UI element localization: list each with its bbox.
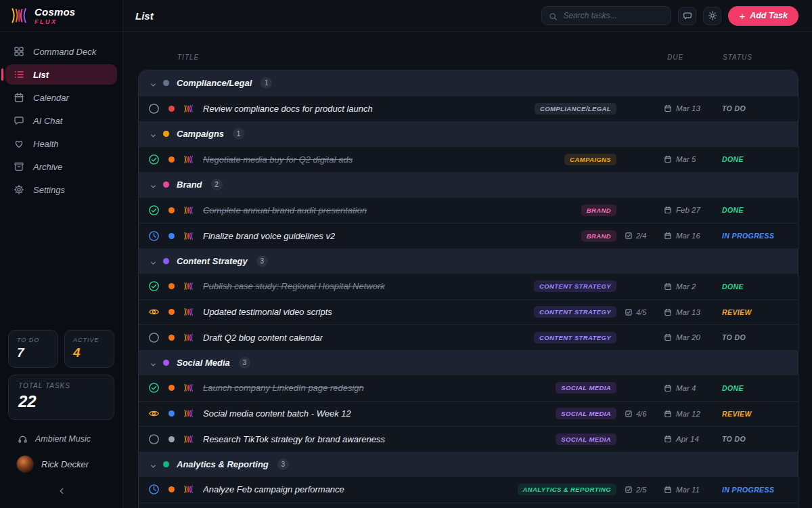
flux-icon xyxy=(183,485,194,494)
category-badge: CONTENT STRATEGY xyxy=(534,306,616,318)
priority-dot xyxy=(168,309,175,315)
flux-icon xyxy=(183,435,194,444)
priority-dot xyxy=(168,335,175,341)
due-date: Mar 4 xyxy=(664,384,715,392)
chevron-down-icon[interactable] xyxy=(150,359,157,366)
priority-dot xyxy=(168,207,175,213)
group-row-analytics-reporting[interactable]: Analytics & Reporting3 xyxy=(139,452,798,478)
sidebar-item-archive[interactable]: Archive xyxy=(5,156,117,177)
group-color-dot xyxy=(163,131,169,137)
status-label: TO DO xyxy=(722,333,787,341)
calendar-icon xyxy=(664,104,672,112)
stat-value: 7 xyxy=(17,345,49,360)
sidebar-item-command-deck[interactable]: Command Deck xyxy=(5,41,117,62)
group-row-campaigns[interactable]: Campaigns1 xyxy=(139,121,798,147)
chevron-down-icon[interactable] xyxy=(150,181,157,188)
ambient-music-toggle[interactable]: Ambient Music xyxy=(18,433,122,444)
task-row[interactable]: Social media content batch - Week 12SOCI… xyxy=(139,401,798,427)
headphones-icon xyxy=(18,433,28,444)
flux-icon xyxy=(183,333,194,342)
stat-label: TO DO xyxy=(17,337,49,343)
group-row-social-media[interactable]: Social Media3 xyxy=(139,350,798,376)
search-input[interactable] xyxy=(563,11,664,20)
priority-dot xyxy=(168,106,175,112)
sidebar-item-list[interactable]: List xyxy=(5,64,117,85)
due-date-value: Mar 4 xyxy=(676,384,696,392)
status-label: DONE xyxy=(722,155,787,163)
task-list: Compliance/Legal1Review compliance docs … xyxy=(138,70,798,508)
sidebar-item-label: Calendar xyxy=(33,93,69,103)
sidebar-item-calendar[interactable]: Calendar xyxy=(5,87,117,108)
sidebar-nav: Command DeckListCalendarAI ChatHealthArc… xyxy=(0,32,122,200)
sidebar-collapse-button[interactable] xyxy=(54,484,69,499)
due-date: Mar 11 xyxy=(664,486,715,494)
task-row[interactable]: Publish case study: Regional Hospital Ne… xyxy=(139,274,798,299)
task-row[interactable]: Draft Q2 blog content calendarCONTENT ST… xyxy=(139,324,798,350)
task-row[interactable] xyxy=(139,503,798,508)
priority-dot xyxy=(168,385,175,391)
task-title: Updated testimonial video scripts xyxy=(203,307,332,317)
sidebar-item-health[interactable]: Health xyxy=(5,133,117,154)
archive-icon xyxy=(14,161,24,172)
due-date: Mar 20 xyxy=(664,333,715,341)
task-title: Complete annual brand audit presentation xyxy=(203,205,367,215)
due-date: Feb 27 xyxy=(664,206,715,214)
group-row-content-strategy[interactable]: Content Strategy3 xyxy=(139,249,798,274)
subtask-progress-value: 2/4 xyxy=(636,232,646,240)
add-task-button[interactable]: + Add Task xyxy=(728,6,798,26)
task-row[interactable]: Updated testimonial video scriptsCONTENT… xyxy=(139,299,798,325)
due-date-value: Mar 11 xyxy=(676,486,700,494)
due-date-value: Apr 14 xyxy=(676,435,699,443)
ambient-music-label: Ambient Music xyxy=(35,434,91,444)
category-badge: ANALYTICS & REPORTING xyxy=(518,484,617,495)
task-row[interactable]: Negotiate media buy for Q2 digital adsCA… xyxy=(139,147,798,173)
chevron-down-icon[interactable] xyxy=(150,130,157,137)
chevron-left-icon xyxy=(57,486,66,496)
calendar-icon xyxy=(14,92,24,103)
check-circle-icon[interactable] xyxy=(148,205,160,216)
subtask-progress: 4/5 xyxy=(625,308,656,316)
due-date-value: Mar 12 xyxy=(676,410,700,418)
chevron-down-icon[interactable] xyxy=(150,461,157,468)
check-circle-icon[interactable] xyxy=(148,154,160,165)
user-profile[interactable]: Rick Decker xyxy=(16,455,122,473)
eye-icon[interactable] xyxy=(148,306,160,318)
category-badge: CONTENT STRATEGY xyxy=(534,280,616,292)
group-name: Analytics & Reporting xyxy=(177,459,269,469)
task-row[interactable]: Research TikTok strategy for brand aware… xyxy=(139,426,798,452)
checklist-icon xyxy=(625,308,633,316)
group-color-dot xyxy=(163,80,169,86)
task-row[interactable]: Review compliance docs for product launc… xyxy=(139,96,798,122)
circle-icon[interactable] xyxy=(148,103,160,114)
sidebar-item-ai-chat[interactable]: AI Chat xyxy=(5,110,117,131)
priority-dot xyxy=(168,156,175,163)
chat-button[interactable] xyxy=(678,7,696,25)
clock-icon[interactable] xyxy=(148,484,160,495)
list-icon xyxy=(14,69,24,80)
circle-icon[interactable] xyxy=(148,332,160,343)
task-row[interactable]: Analyze Feb campaign performanceANALYTIC… xyxy=(139,477,798,503)
task-row[interactable]: Launch company LinkedIn page redesignSOC… xyxy=(139,375,798,401)
sidebar: Cosmos FLUX Command DeckListCalendarAI C… xyxy=(0,0,123,508)
calendar-icon xyxy=(664,308,672,316)
status-label: IN PROGRESS xyxy=(722,232,787,240)
circle-icon[interactable] xyxy=(148,433,160,445)
task-row[interactable]: Complete annual brand audit presentation… xyxy=(139,198,798,224)
check-circle-icon[interactable] xyxy=(148,382,160,394)
clock-icon[interactable] xyxy=(148,230,160,242)
chevron-down-icon[interactable] xyxy=(150,79,157,87)
check-circle-icon[interactable] xyxy=(148,280,160,292)
flux-icon xyxy=(183,206,194,215)
group-row-brand[interactable]: Brand2 xyxy=(139,172,798,198)
eye-icon[interactable] xyxy=(148,408,160,419)
task-title: Research TikTok strategy for brand aware… xyxy=(203,434,385,444)
theme-toggle-button[interactable] xyxy=(703,7,721,25)
search-box xyxy=(541,6,671,25)
group-row-compliance-legal[interactable]: Compliance/Legal1 xyxy=(139,70,798,96)
priority-dot xyxy=(168,410,175,417)
chevron-down-icon[interactable] xyxy=(150,257,157,265)
calendar-icon xyxy=(664,206,672,214)
total-tasks-card: TOTAL TASKS 22 xyxy=(8,375,114,420)
task-row[interactable]: Finalize brand voice guidelines v2BRAND2… xyxy=(139,223,798,249)
sidebar-item-settings[interactable]: Settings xyxy=(5,179,117,200)
